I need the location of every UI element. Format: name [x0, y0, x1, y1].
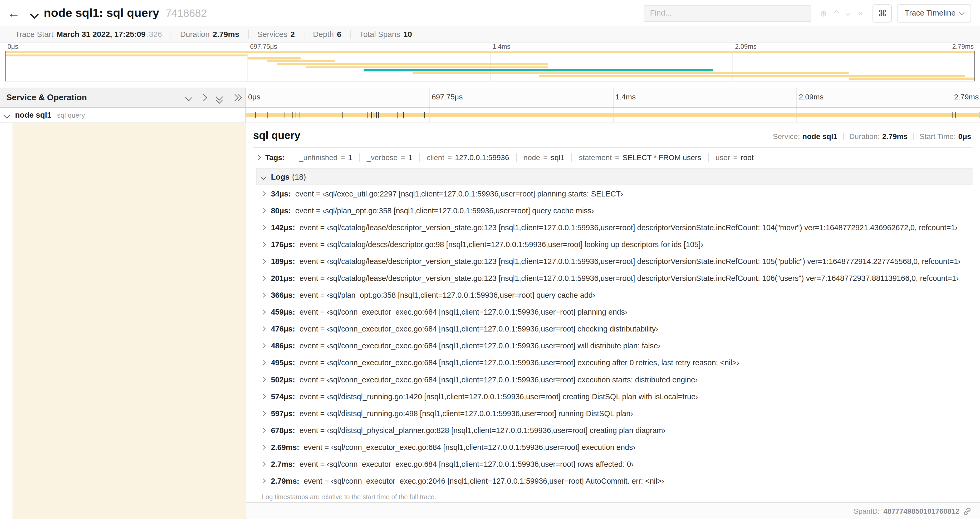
span-detail-meta: Service: node sql1 Duration: 2.79ms Star…: [773, 132, 971, 141]
trace-view-label: Trace Timeline: [905, 9, 956, 18]
span-row-timeline[interactable]: [245, 108, 980, 123]
log-timestamp: 574μs:: [271, 392, 295, 401]
log-marker: [378, 112, 379, 118]
span-service-name: node sql1: [15, 110, 51, 119]
log-row[interactable]: 2.79ms:event = ‹sql/conn_executor_exec.g…: [256, 472, 973, 489]
log-row[interactable]: 495μs:event = ‹sql/conn_executor_exec.go…: [256, 354, 973, 371]
chevron-right-icon: [256, 155, 260, 160]
expand-one-icon[interactable]: [200, 94, 207, 101]
log-row[interactable]: 2.7ms:event = ‹sql/conn_executor_exec.go…: [256, 455, 973, 472]
log-row[interactable]: 678μs:event = ‹sql/distsql_physical_plan…: [256, 422, 973, 439]
log-timestamp: 597μs:: [271, 409, 295, 417]
chevron-right-icon: [261, 292, 265, 297]
meta-divider: [843, 133, 843, 140]
log-marker: [403, 112, 404, 118]
log-text: event = ‹sql/plan_opt.go:358 [nsql1,clie…: [295, 206, 594, 215]
minimap-span-bar: [5, 54, 247, 56]
log-text: event = ‹sql/conn_executor_exec.go:684 […: [299, 308, 627, 316]
chevron-right-icon: [261, 428, 265, 433]
log-text: event = ‹sql/distsql_physical_planner.go…: [299, 426, 666, 434]
time-tick-label: 2.79ms: [952, 43, 974, 50]
log-list: 34μs:event = ‹sql/exec_util.go:2297 [nsq…: [256, 185, 973, 489]
tag-key: statement: [579, 153, 612, 162]
log-timestamp: 80μs:: [271, 206, 291, 215]
find-input[interactable]: [644, 5, 811, 22]
tag-value: 1: [348, 153, 353, 162]
span-detail-title: sql query: [253, 129, 300, 142]
log-text: event = ‹sql/exec_util.go:2297 [nsql1,cl…: [295, 189, 623, 198]
log-marker: [267, 112, 268, 118]
range-scrubber-left[interactable]: [5, 51, 6, 81]
clear-search-icon[interactable]: ×: [858, 9, 863, 17]
log-row[interactable]: 366μs:event = ‹sql/plan_opt.go:358 [nsql…: [256, 287, 973, 303]
span-id-footer: SpanID: 4877749850101760812: [246, 502, 980, 519]
collapse-all-icon[interactable]: [217, 94, 222, 101]
minimap[interactable]: [5, 51, 975, 81]
log-marker: [296, 112, 296, 118]
log-timestamp: 142μs:: [271, 223, 295, 232]
collapse-trace-icon[interactable]: [30, 10, 39, 19]
log-row[interactable]: 597μs:event = ‹sql/distsql_running.go:49…: [256, 405, 973, 422]
collapse-one-icon[interactable]: [185, 94, 192, 101]
duration-value: 2.79ms: [882, 132, 908, 141]
duration-label: Duration:: [850, 132, 880, 141]
range-scrubber-right[interactable]: [974, 51, 975, 81]
summary-label: Trace Start: [15, 30, 54, 38]
link-icon[interactable]: [963, 507, 971, 515]
log-row[interactable]: 142μs:event = ‹sql/catalog/lease/descrip…: [256, 219, 973, 236]
tag-item: statement=SELECT * FROM users: [571, 153, 708, 162]
log-marker: [397, 112, 398, 118]
prev-result-icon[interactable]: [834, 11, 839, 16]
logs-title: Logs: [271, 172, 290, 181]
gridline: [490, 51, 490, 81]
minimap-span-bar: [538, 75, 965, 77]
log-row[interactable]: 2.69ms:event = ‹sql/conn_executor_exec.g…: [256, 439, 973, 455]
summary-value: 2: [291, 30, 295, 38]
circle-plus-icon[interactable]: ⊕: [820, 9, 827, 17]
tag-value: 127.0.0.1:59936: [455, 153, 509, 162]
log-row[interactable]: 486μs:event = ‹sql/conn_executor_exec.go…: [256, 337, 973, 354]
log-row[interactable]: 201μs:event = ‹sql/catalog/lease/descrip…: [256, 270, 973, 287]
log-timestamp: 34μs:: [271, 189, 291, 198]
minimap-span-bar: [277, 63, 548, 65]
log-row[interactable]: 80μs:event = ‹sql/plan_opt.go:358 [nsql1…: [256, 202, 973, 219]
log-row[interactable]: 574μs:event = ‹sql/distsql_running.go:14…: [256, 388, 973, 405]
page-title: node sql1: sql query 7418682: [44, 6, 207, 20]
next-result-icon[interactable]: [846, 11, 850, 16]
log-row[interactable]: 502μs:event = ‹sql/conn_executor_exec.go…: [256, 371, 973, 388]
log-row[interactable]: 189μs:event = ‹sql/catalog/lease/descrip…: [256, 252, 973, 270]
span-row-name[interactable]: node sql1 sql query: [0, 108, 245, 123]
expand-all-icon[interactable]: [232, 95, 239, 100]
span-indent-guide: [13, 123, 245, 519]
tag-value: 1: [408, 153, 412, 162]
trace-view-select[interactable]: Trace Timeline: [897, 4, 971, 22]
log-row[interactable]: 459μs:event = ‹sql/conn_executor_exec.go…: [256, 303, 973, 320]
start-time-label: Start Time:: [920, 132, 956, 141]
tag-equals: =: [340, 153, 345, 162]
tags-row[interactable]: Tags: _unfinished=1_verbose=1client=127.…: [253, 148, 973, 167]
tag-key: user: [716, 153, 730, 162]
tag-value: root: [741, 153, 754, 162]
summary-item: Total Spans10: [350, 30, 421, 38]
back-button[interactable]: ←: [0, 0, 27, 27]
log-row[interactable]: 476μs:event = ‹sql/conn_executor_exec.go…: [256, 320, 973, 337]
log-marker: [342, 112, 343, 118]
log-timestamp: 459μs:: [271, 308, 295, 316]
log-marker: [374, 112, 374, 118]
keyboard-shortcuts-button[interactable]: ⌘: [873, 4, 892, 22]
log-row[interactable]: 34μs:event = ‹sql/exec_util.go:2297 [nsq…: [256, 185, 973, 202]
start-time-value: 0μs: [958, 132, 971, 141]
tag-list: _unfinished=1_verbose=1client=127.0.0.1:…: [292, 153, 760, 162]
log-text: event = ‹sql/distsql_running.go:1420 [ns…: [299, 392, 698, 401]
logs-count: (18): [292, 172, 306, 181]
tag-key: _unfinished: [299, 153, 337, 162]
tag-key: client: [427, 153, 444, 162]
logs-header[interactable]: Logs (18): [256, 168, 973, 185]
log-text: event = ‹sql/distsql_running.go:498 [nsq…: [299, 409, 633, 417]
log-marker: [955, 112, 956, 118]
chevron-right-icon: [261, 276, 265, 280]
service-label: Service:: [773, 132, 800, 141]
log-text: event = ‹sql/catalog/lease/descriptor_ve…: [299, 223, 958, 232]
log-row[interactable]: 176μs:event = ‹sql/catalog/descs/descrip…: [256, 236, 973, 252]
minimap-span-bar: [5, 51, 975, 54]
